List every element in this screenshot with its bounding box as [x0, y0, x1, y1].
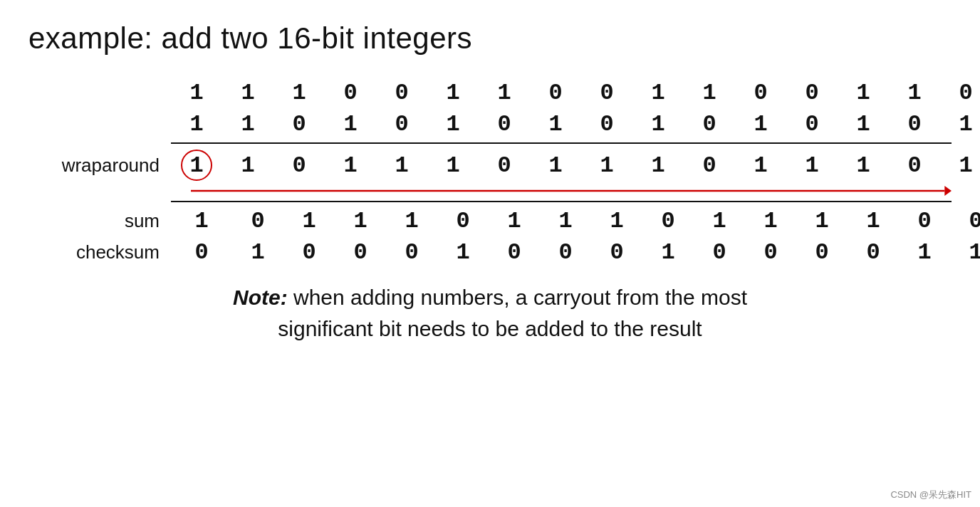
bit: 1 — [171, 80, 222, 106]
bit: 1 — [376, 152, 427, 179]
bit: 1 — [171, 208, 232, 234]
bit: 0 — [273, 111, 325, 137]
bit: 1 — [540, 208, 591, 234]
carry-bit-circled: 1 — [181, 150, 212, 181]
bit: 1 — [632, 152, 684, 179]
bit: 1 — [591, 208, 642, 234]
bit: 0 — [642, 208, 694, 234]
bit: 1 — [222, 152, 273, 179]
bit: 1 — [838, 152, 889, 179]
bit: 0 — [273, 152, 325, 179]
bit: 0 — [694, 239, 745, 266]
bit: 1 — [940, 152, 980, 179]
bit: 1 — [940, 111, 980, 137]
sum-label: sum — [28, 210, 171, 232]
bit: 0 — [171, 239, 232, 266]
bit: 0 — [581, 80, 632, 106]
wraparound-label: wraparound — [28, 155, 171, 177]
svg-marker-1 — [944, 186, 952, 196]
bit: 1 — [427, 80, 479, 106]
bit: 0 — [479, 152, 530, 179]
bit: 1 — [335, 208, 386, 234]
bit: 0 — [479, 111, 530, 137]
row-2: 1 1 0 1 0 1 0 1 0 1 0 1 0 1 0 1 — [28, 108, 952, 140]
bit: 1 — [838, 111, 889, 137]
divider-2 — [171, 201, 952, 202]
bit: 1 — [427, 152, 479, 179]
bit: 1 — [735, 111, 786, 137]
bit: 1 — [386, 208, 437, 234]
bit: 0 — [848, 239, 899, 266]
bit: 1 — [325, 152, 376, 179]
bit: 1 — [735, 152, 786, 179]
bit: 0 — [889, 111, 940, 137]
bit: 1 — [427, 111, 479, 137]
bit: 0 — [325, 80, 376, 106]
bit: 0 — [386, 239, 437, 266]
bit: 0 — [335, 239, 386, 266]
wraparound-bits: 1 1 0 1 1 1 0 1 1 1 0 1 1 1 0 1 1 — [171, 150, 980, 181]
bit: 1 — [694, 208, 745, 234]
bit: 0 — [745, 239, 796, 266]
row-1-bits: 1 1 1 0 0 1 1 0 0 1 1 0 0 1 1 0 — [171, 80, 980, 106]
bit: 1 — [232, 239, 283, 266]
bit: 1 — [786, 152, 838, 179]
bit: 0 — [530, 80, 581, 106]
bit: 1 — [796, 208, 848, 234]
bit: 1 — [848, 208, 899, 234]
bit: 1 — [950, 239, 980, 266]
bit: 0 — [684, 111, 735, 137]
bit: 1 — [632, 111, 684, 137]
bit: 0 — [889, 152, 940, 179]
wraparound-row: wraparound 1 1 0 1 1 1 0 1 1 1 0 1 1 1 0… — [28, 147, 952, 184]
bit: 0 — [376, 80, 427, 106]
bit: 0 — [489, 239, 540, 266]
bit: 0 — [786, 80, 838, 106]
bit: 0 — [899, 208, 950, 234]
bit: 1 — [530, 152, 581, 179]
bit: 0 — [940, 80, 980, 106]
bit: 1 — [489, 208, 540, 234]
checksum-row: checksum 0 1 0 0 0 1 0 0 0 1 0 0 0 0 1 1 — [28, 236, 952, 268]
bit: 1 — [684, 80, 735, 106]
page-container: example: add two 16-bit integers 1 1 1 0… — [0, 0, 980, 507]
bit: 0 — [437, 208, 489, 234]
bit: 1 — [273, 80, 325, 106]
bit: 1 — [745, 208, 796, 234]
sum-row: sum 1 0 1 1 1 0 1 1 1 0 1 1 1 1 0 0 — [28, 205, 952, 236]
bit: 0 — [786, 111, 838, 137]
bit: 1 — [838, 80, 889, 106]
bit: 1 — [899, 239, 950, 266]
bit: 1 — [530, 111, 581, 137]
row-2-bits: 1 1 0 1 0 1 0 1 0 1 0 1 0 1 0 1 — [171, 111, 980, 137]
watermark: CSDN @呆先森HIT — [890, 488, 971, 501]
note-section: Note: when adding numbers, a carryout fr… — [28, 282, 952, 344]
bit: 1 — [642, 239, 694, 266]
checksum-label: checksum — [28, 241, 171, 263]
sum-bits: 1 0 1 1 1 0 1 1 1 0 1 1 1 1 0 0 — [171, 208, 980, 234]
bit: 1 — [325, 111, 376, 137]
page-title: example: add two 16-bit integers — [28, 21, 952, 56]
bit: 0 — [581, 111, 632, 137]
bit: 0 — [376, 111, 427, 137]
bit: 1 — [632, 80, 684, 106]
wraparound-arrow — [191, 184, 952, 198]
bit: 0 — [950, 208, 980, 234]
bit: 1 — [581, 152, 632, 179]
bit: 0 — [283, 239, 335, 266]
bit: 1 — [479, 80, 530, 106]
note-italic: Note: — [233, 286, 288, 309]
note-text: Note: when adding numbers, a carryout fr… — [28, 282, 952, 344]
bit: 0 — [591, 239, 642, 266]
checksum-bits: 0 1 0 0 0 1 0 0 0 1 0 0 0 0 1 1 — [171, 239, 980, 266]
bit: 1 — [889, 80, 940, 106]
bit: 1 — [171, 111, 222, 137]
bit: 0 — [540, 239, 591, 266]
bit: 1 — [222, 80, 273, 106]
row-1: 1 1 1 0 0 1 1 0 0 1 1 0 0 1 1 0 — [28, 77, 952, 108]
bit: 0 — [232, 208, 283, 234]
bit: 0 — [796, 239, 848, 266]
bit: 1 — [283, 208, 335, 234]
divider-1 — [171, 142, 952, 144]
binary-table: 1 1 1 0 0 1 1 0 0 1 1 0 0 1 1 0 1 — [28, 77, 952, 268]
